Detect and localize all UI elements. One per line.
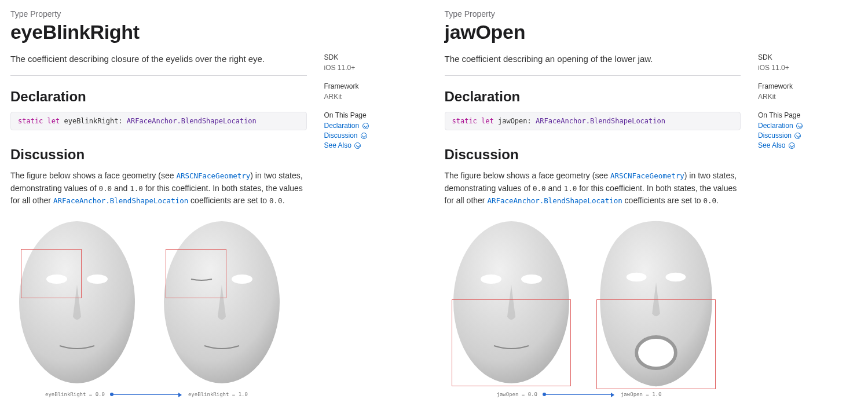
caption-right: jawOpen = 1.0 bbox=[621, 391, 661, 397]
discussion-text: The figure below shows a face geometry (… bbox=[10, 170, 307, 207]
svg-point-8 bbox=[626, 273, 646, 281]
face-figure-0 bbox=[10, 215, 144, 389]
figure-caption: jawOpen = 0.0 jawOpen = 1.0 bbox=[445, 391, 741, 397]
link-blendshapelocation[interactable]: ARFaceAnchor.BlendShapeLocation bbox=[53, 196, 188, 205]
doc-page-jawopen: Type Property jawOpen The coefficient de… bbox=[434, 0, 869, 399]
caption-right: eyeBlinkRight = 1.0 bbox=[188, 391, 248, 397]
highlight-box bbox=[21, 249, 82, 298]
sdk-label: SDK bbox=[758, 53, 856, 61]
highlight-box bbox=[596, 299, 716, 389]
face-figure-1 bbox=[155, 215, 288, 389]
decl-name: eyeBlinkRight: bbox=[60, 117, 127, 125]
chevron-down-icon bbox=[794, 133, 801, 139]
declaration-code: static let eyeBlinkRight: ARFaceAnchor.B… bbox=[10, 112, 307, 130]
framework-label: Framework bbox=[758, 82, 856, 90]
figure-caption: eyeBlinkRight = 0.0 eyeBlinkRight = 1.0 bbox=[10, 391, 307, 397]
caption-left: eyeBlinkRight = 0.0 bbox=[45, 391, 105, 397]
discussion-heading: Discussion bbox=[445, 147, 741, 163]
declaration-heading: Declaration bbox=[445, 89, 741, 105]
face-figure-1 bbox=[589, 215, 723, 389]
chevron-down-icon bbox=[361, 133, 367, 139]
framework-label: Framework bbox=[324, 82, 423, 90]
page-title: eyeBlinkRight bbox=[10, 21, 307, 43]
nav-link-discussion[interactable]: Discussion bbox=[324, 131, 423, 140]
summary: The coefficient describing closure of th… bbox=[10, 53, 307, 65]
arrow-icon bbox=[112, 394, 181, 395]
doc-page-eyeblinkright: Type Property eyeBlinkRight The coeffici… bbox=[0, 0, 434, 399]
divider bbox=[445, 75, 741, 76]
on-this-page-label: On This Page bbox=[758, 111, 856, 119]
svg-point-2 bbox=[87, 274, 108, 284]
decl-type: ARFaceAnchor.BlendShapeLocation bbox=[127, 117, 257, 125]
svg-point-6 bbox=[481, 274, 501, 284]
svg-point-9 bbox=[665, 273, 686, 281]
nav-link-see-also[interactable]: See Also bbox=[324, 141, 423, 149]
chevron-down-icon bbox=[789, 142, 795, 149]
link-arscnfacegeometry[interactable]: ARSCNFaceGeometry bbox=[176, 171, 250, 180]
eyebrow: Type Property bbox=[445, 9, 741, 19]
chevron-down-icon bbox=[362, 123, 369, 129]
highlight-box bbox=[166, 249, 226, 298]
page-title: jawOpen bbox=[445, 21, 741, 43]
on-this-page-label: On This Page bbox=[324, 111, 423, 119]
framework-value: ARKit bbox=[324, 93, 423, 101]
framework-value: ARKit bbox=[758, 93, 856, 101]
discussion-text: The figure below shows a face geometry (… bbox=[445, 170, 741, 207]
svg-point-4 bbox=[232, 274, 252, 284]
chevron-down-icon bbox=[796, 123, 803, 129]
sdk-value: iOS 11.0+ bbox=[758, 64, 856, 72]
summary: The coefficient describing an opening of… bbox=[445, 53, 741, 65]
discussion-heading: Discussion bbox=[10, 147, 307, 163]
face-figure-0 bbox=[445, 215, 578, 389]
sidebar: SDK iOS 11.0+ Framework ARKit On This Pa… bbox=[324, 9, 423, 397]
sdk-label: SDK bbox=[324, 53, 423, 61]
nav-link-discussion[interactable]: Discussion bbox=[758, 131, 856, 140]
eyebrow: Type Property bbox=[10, 9, 307, 19]
highlight-box bbox=[452, 299, 571, 386]
nav-link-see-also[interactable]: See Also bbox=[758, 141, 856, 149]
svg-point-7 bbox=[521, 274, 542, 284]
divider bbox=[10, 75, 307, 76]
decl-name: jawOpen: bbox=[494, 117, 536, 125]
nav-link-declaration[interactable]: Declaration bbox=[324, 122, 423, 130]
chevron-down-icon bbox=[354, 142, 361, 149]
sdk-value: iOS 11.0+ bbox=[324, 64, 423, 72]
link-blendshapelocation[interactable]: ARFaceAnchor.BlendShapeLocation bbox=[487, 196, 622, 205]
decl-type: ARFaceAnchor.BlendShapeLocation bbox=[536, 117, 665, 125]
figure-row bbox=[10, 215, 307, 389]
link-arscnfacegeometry[interactable]: ARSCNFaceGeometry bbox=[610, 171, 684, 180]
arrow-icon bbox=[544, 394, 614, 395]
keyword: static let bbox=[18, 117, 60, 125]
declaration-code: static let jawOpen: ARFaceAnchor.BlendSh… bbox=[445, 112, 741, 130]
nav-link-declaration[interactable]: Declaration bbox=[758, 122, 856, 130]
figure-row bbox=[445, 215, 741, 389]
caption-left: jawOpen = 0.0 bbox=[497, 391, 537, 397]
keyword: static let bbox=[452, 117, 494, 125]
sidebar: SDK iOS 11.0+ Framework ARKit On This Pa… bbox=[758, 9, 856, 397]
declaration-heading: Declaration bbox=[10, 89, 307, 105]
